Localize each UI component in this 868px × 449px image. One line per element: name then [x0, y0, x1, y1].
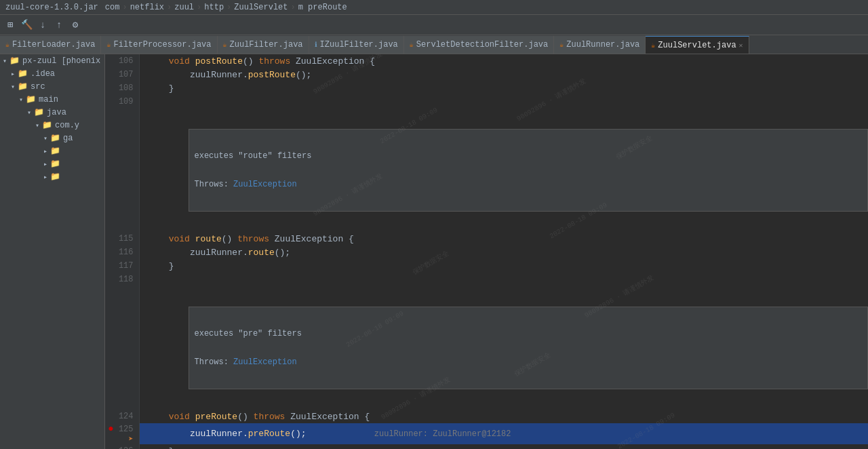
sidebar-folder-icon-3: 📁 — [50, 159, 60, 169]
sidebar-folder-icon: 📁 — [18, 69, 28, 79]
table-row: 115 void route() throws ZuulException { — [105, 232, 868, 246]
toolbar: ⊞ 🔨 ↓ ↑ ⚙ — [0, 15, 868, 35]
code-line: void postRoute() throws ZuulException { — [139, 54, 868, 68]
code-line: void preRoute() throws ZuulException { — [139, 410, 868, 423]
sidebar-folder-icon-4: 📁 — [50, 172, 60, 182]
sidebar-item-sub3[interactable]: ▸ 📁 — [0, 170, 104, 183]
expand-arrow-icon: ▾ — [19, 96, 23, 104]
sidebar-item-sub2[interactable]: ▸ 📁 — [0, 157, 104, 170]
expand-arrow-icon: ▸ — [43, 173, 47, 181]
exception-link[interactable]: ZuulException — [233, 357, 297, 367]
method-name: postRoute — [195, 56, 243, 66]
tab-close-icon[interactable]: ✕ — [739, 41, 743, 50]
table-row: executes "pre" filters Throws: ZuulExcep… — [105, 286, 868, 410]
table-row: 124 void preRoute() throws ZuulException… — [105, 410, 868, 423]
sidebar-item-java[interactable]: ▾ 📁 java — [0, 106, 104, 119]
sidebar-root[interactable]: ▾ 📁 px-zuul [phoenix — [0, 54, 104, 67]
sidebar-item-comy[interactable]: ▾ 📁 com.y — [0, 119, 104, 132]
breakpoint-icon: ● — [108, 423, 113, 434]
breadcrumb-preroute: m preRoute — [298, 3, 347, 12]
expand-arrow-icon: ▾ — [11, 83, 15, 91]
doc-text: executes "pre" filters — [195, 329, 863, 338]
sidebar-folder-icon: 📁 — [9, 56, 20, 66]
keyword-void: void — [169, 56, 190, 66]
code-line: executes "pre" filters Throws: ZuulExcep… — [139, 286, 868, 410]
doc-throws: Throws: ZuulException — [195, 357, 863, 367]
sidebar-item-sub1[interactable]: ▸ 📁 — [0, 144, 104, 157]
method-call: route — [248, 248, 275, 258]
tab-filterloader[interactable]: ☕ FilterLoader.java — [0, 36, 101, 54]
sidebar-label-src: src — [31, 82, 45, 92]
code-line: zuulRunner.route(); — [139, 246, 868, 259]
table-row: 108 } — [105, 81, 868, 95]
breadcrumb: com › netflix › zuul › http › ZuulServle… — [105, 3, 347, 12]
breadcrumb-com: com — [105, 3, 120, 12]
table-row: 109 — [105, 95, 868, 109]
variable: zuulRunner — [190, 248, 243, 258]
toolbar-icon-3[interactable]: ↓ — [35, 18, 50, 33]
sidebar-item-ga[interactable]: ▾ 📁 ga — [0, 132, 104, 144]
line-number: 106 — [105, 54, 139, 68]
java-icon: ☕ — [223, 41, 227, 49]
exception-type: ZuulException — [275, 234, 343, 244]
line-number: 108 — [105, 81, 139, 95]
exception-type: ZuulException — [290, 412, 359, 422]
expand-arrow-icon: ▾ — [43, 134, 47, 142]
toolbar-icon-1[interactable]: ⊞ — [3, 18, 18, 33]
code-line: } — [139, 259, 868, 273]
exception-type: ZuulException — [296, 56, 364, 66]
breadcrumb-zuulservlet: ZuulServlet — [234, 3, 288, 12]
toolbar-icon-2[interactable]: 🔨 — [19, 18, 34, 33]
tab-izuulfilter[interactable]: ℹ IZuulFilter.java — [309, 36, 404, 54]
method-call: preRoute — [248, 429, 290, 439]
tab-zuulfilter[interactable]: ☕ ZuulFilter.java — [218, 36, 309, 54]
tab-servletdetectionfilter[interactable]: ☕ ServletDetectionFilter.java — [404, 36, 554, 54]
doc-tooltip: executes "route" filters Throws: ZuulExc… — [189, 129, 869, 212]
expand-arrow-icon: ▸ — [43, 160, 47, 168]
tab-filterprocessor[interactable]: ☕ FilterProcessor.java — [101, 36, 217, 54]
doc-text: executes "route" filters — [195, 151, 863, 161]
code-line — [139, 273, 868, 286]
line-number — [105, 109, 139, 232]
tab-label: IZuulFilter.java — [320, 40, 398, 50]
code-editor[interactable]: 106 void postRoute() throws ZuulExceptio… — [105, 54, 868, 449]
tab-zuulservlet[interactable]: ☕ ZuulServlet.java ✕ — [646, 36, 749, 54]
table-row: 126 } — [105, 444, 868, 449]
code-line: } — [139, 81, 868, 95]
table-row: 106 void postRoute() throws ZuulExceptio… — [105, 54, 868, 68]
tab-label: FilterLoader.java — [12, 40, 95, 50]
sidebar-label-ga: ga — [63, 134, 73, 143]
title-bar: zuul-core-1.3.0.jar com › netflix › zuul… — [0, 0, 868, 15]
sidebar-item-src[interactable]: ▾ 📁 src — [0, 80, 104, 93]
code-line — [139, 95, 868, 109]
line-number: 109 — [105, 95, 139, 109]
breadcrumb-zuul: zuul — [174, 3, 194, 12]
doc-throws: Throws: ZuulException — [195, 180, 863, 189]
line-number: 124 — [105, 410, 139, 423]
method-name: route — [195, 234, 222, 244]
line-number: 118 — [105, 273, 139, 286]
table-row: executes "route" filters Throws: ZuulExc… — [105, 109, 868, 232]
java-icon: ☕ — [559, 41, 564, 49]
code-table: 106 void postRoute() throws ZuulExceptio… — [105, 54, 868, 449]
line-number: 115 — [105, 232, 139, 246]
execution-arrow-icon: ➤ — [128, 435, 133, 444]
exception-link[interactable]: ZuulException — [233, 180, 297, 189]
toolbar-icon-5[interactable]: ⚙ — [68, 18, 83, 33]
toolbar-icon-4[interactable]: ↑ — [52, 18, 66, 33]
tab-label: ZuulServlet.java — [658, 41, 736, 50]
sidebar-folder-icon: 📁 — [42, 120, 52, 130]
line-number: 117 — [105, 259, 139, 273]
java-icon: ☕ — [651, 41, 655, 50]
code-line: executes "route" filters Throws: ZuulExc… — [139, 109, 868, 232]
sidebar-root-label: px-zuul [phoenix — [22, 56, 100, 66]
sidebar-folder-icon: 📁 — [26, 94, 36, 104]
expand-arrow-icon: ▾ — [27, 109, 31, 117]
sidebar-label-idea: .idea — [31, 69, 55, 79]
keyword-void: void — [169, 412, 190, 422]
expand-arrow-icon: ▸ — [43, 147, 47, 155]
line-number: 116 — [105, 246, 139, 259]
sidebar-item-main[interactable]: ▾ 📁 main — [0, 93, 104, 106]
tab-zuulrunner[interactable]: ☕ ZuulRunner.java — [554, 36, 646, 54]
sidebar-item-idea[interactable]: ▸ 📁 .idea — [0, 67, 104, 80]
